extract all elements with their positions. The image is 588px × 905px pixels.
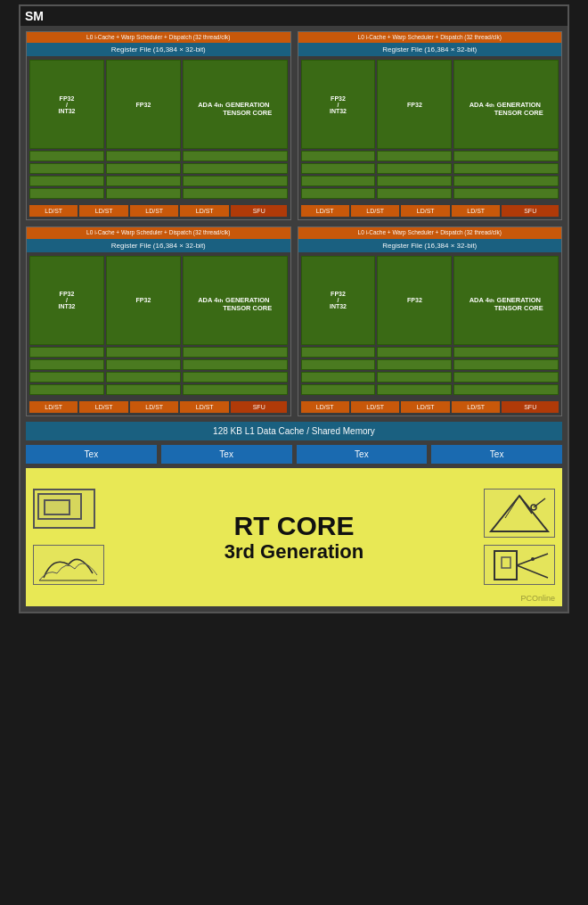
fp32-int32-cell-1d <box>29 188 104 199</box>
fp32-int32-label-2: FP32/INT32 <box>301 60 376 149</box>
fp32-cell-4b <box>377 359 452 370</box>
tex-4: Tex <box>431 445 562 464</box>
tensor-cell-1c <box>183 176 288 186</box>
fp32-cell-4d <box>377 384 452 395</box>
tree-icon <box>33 545 104 585</box>
tensor-cell-2a <box>453 151 559 161</box>
triangle-icon <box>484 489 555 538</box>
quad-1-compute: FP32/INT32 FP32 <box>27 56 290 202</box>
ldst-2b: LD/ST <box>351 205 399 217</box>
tensor-cell-2c <box>453 176 559 186</box>
fp32-cell-3a <box>106 347 181 358</box>
tensor-cell-3d <box>183 384 288 395</box>
quad-3-l0-bar: L0 i-Cache + Warp Scheduler + Dispatch (… <box>27 227 290 238</box>
svg-line-9 <box>517 565 548 578</box>
quad-2-l0-bar: L0 i-Cache + Warp Scheduler + Dispatch (… <box>298 32 562 43</box>
quad-1-tensor: ADA 4thGENERATIONTENSOR CORE <box>183 60 288 199</box>
tensor-cell-4b <box>453 359 559 370</box>
quad-2-compute: FP32/INT32 FP32 <box>298 56 562 202</box>
ldst-2a: LD/ST <box>301 205 349 217</box>
quad-1-l0-bar: L0 i-Cache + Warp Scheduler + Dispatch (… <box>27 32 290 43</box>
sm-container: SM L0 i-Cache + Warp Scheduler + Dispatc… <box>19 4 569 613</box>
ldst-4c: LD/ST <box>401 401 449 413</box>
quad-2-reg-file: Register File (16,384 × 32-bit) <box>298 43 562 56</box>
rt-left-icons <box>33 489 190 585</box>
quad-4-fp32: FP32 <box>377 256 452 395</box>
ldst-1b: LD/ST <box>79 205 127 217</box>
fp32-int32-cell-2a <box>301 151 376 161</box>
quad-2-fp32: FP32 <box>377 60 452 199</box>
ldst-3b: LD/ST <box>79 401 127 413</box>
main-body: L0 i-Cache + Warp Scheduler + Dispatch (… <box>20 26 568 612</box>
tensor-cell-3c <box>183 372 288 383</box>
tensor-label-3: ADA 4thGENERATIONTENSOR CORE <box>183 256 288 345</box>
tensor-cell-1b <box>183 163 288 174</box>
tex-2: Tex <box>161 445 292 464</box>
fp32-cell-3c <box>106 372 181 383</box>
fp32-label-1: FP32 <box>106 60 181 149</box>
fp32-label-3: FP32 <box>106 256 181 345</box>
quad-1-fp32-int32: FP32/INT32 <box>29 60 104 199</box>
fp32-int32-cell-3b <box>29 359 104 370</box>
sm-label: SM <box>25 9 44 23</box>
ldst-3d: LD/ST <box>180 401 228 413</box>
tex-row: Tex Tex Tex Tex <box>26 445 562 464</box>
ldst-4a: LD/ST <box>301 401 349 413</box>
fp32-int32-cell-1a <box>29 151 104 161</box>
ldst-2c: LD/ST <box>401 205 449 217</box>
tensor-label-2: ADA 4thGENERATIONTENSOR CORE <box>453 60 559 149</box>
tex-3: Tex <box>297 445 428 464</box>
fp32-int32-cell-4b <box>301 359 376 370</box>
bvh-icon <box>33 489 104 538</box>
sfu-1: SFU <box>231 205 288 217</box>
quad-4-tensor: ADA 4thGENERATIONTENSOR CORE <box>453 256 559 395</box>
svg-line-5 <box>534 498 545 507</box>
fp32-cell-1a <box>106 151 181 161</box>
tensor-cell-2d <box>453 188 559 199</box>
fp32-cell-2d <box>377 188 452 199</box>
quad-3-bottom: LD/ST LD/ST LD/ST LD/ST SFU <box>27 399 290 415</box>
quad-4: L0 i-Cache + Warp Scheduler + Dispatch (… <box>298 226 563 415</box>
quad-1-bottom: LD/ST LD/ST LD/ST LD/ST SFU <box>27 202 290 219</box>
svg-rect-6 <box>494 551 517 580</box>
tensor-label-1: ADA 4thGENERATIONTENSOR CORE <box>183 60 288 149</box>
quad-1: L0 i-Cache + Warp Scheduler + Dispatch (… <box>26 31 291 220</box>
fp32-cell-2c <box>377 176 452 186</box>
fp32-int32-cell-4a <box>301 347 376 358</box>
fp32-int32-cell-2b <box>301 163 376 174</box>
fp32-int32-cell-4c <box>301 372 376 383</box>
quad-3-compute: FP32/INT32 FP32 <box>27 252 290 399</box>
watermark: PCOnline <box>520 594 555 603</box>
outer-wrapper: SM L0 i-Cache + Warp Scheduler + Dispatc… <box>0 0 588 905</box>
fp32-int32-cell-3d <box>29 384 104 395</box>
ldst-1c: LD/ST <box>130 205 178 217</box>
quad-3-fp32-int32: FP32/INT32 <box>29 256 104 395</box>
quads-grid: L0 i-Cache + Warp Scheduler + Dispatch (… <box>26 31 562 416</box>
quad-4-l0-bar: L0 i-Cache + Warp Scheduler + Dispatch (… <box>298 227 562 238</box>
fp32-cell-4c <box>377 372 452 383</box>
fp32-cell-1b <box>106 163 181 174</box>
tex-1: Tex <box>26 445 157 464</box>
quad-1-reg-file: Register File (16,384 × 32-bit) <box>27 43 290 56</box>
quad-3-tensor: ADA 4thGENERATIONTENSOR CORE <box>183 256 288 395</box>
svg-marker-1 <box>491 496 548 531</box>
ldst-1a: LD/ST <box>29 205 78 217</box>
fp32-int32-label-3: FP32/INT32 <box>29 256 104 345</box>
tensor-label-4: ADA 4thGENERATIONTENSOR CORE <box>453 256 559 345</box>
tensor-cell-3b <box>183 359 288 370</box>
fp32-int32-label-1: FP32/INT32 <box>29 60 104 149</box>
sfu-3: SFU <box>231 401 288 413</box>
fp32-cell-3d <box>106 384 181 395</box>
rt-core-subtitle: 3rd Generation <box>190 540 398 564</box>
fp32-label-4: FP32 <box>377 256 452 345</box>
quad-2: L0 i-Cache + Warp Scheduler + Dispatch (… <box>298 31 563 220</box>
fp32-cell-1d <box>106 188 181 199</box>
fp32-int32-cell-1b <box>29 163 104 174</box>
ldst-4b: LD/ST <box>351 401 399 413</box>
fp32-cell-4a <box>377 347 452 358</box>
l1-cache-bar: 128 KB L1 Data Cache / Shared Memory <box>26 422 562 440</box>
quad-3: L0 i-Cache + Warp Scheduler + Dispatch (… <box>26 226 291 415</box>
fp32-int32-label-4: FP32/INT32 <box>301 256 376 345</box>
fp32-cell-1c <box>106 176 181 186</box>
fp32-int32-cell-1c <box>29 176 104 186</box>
